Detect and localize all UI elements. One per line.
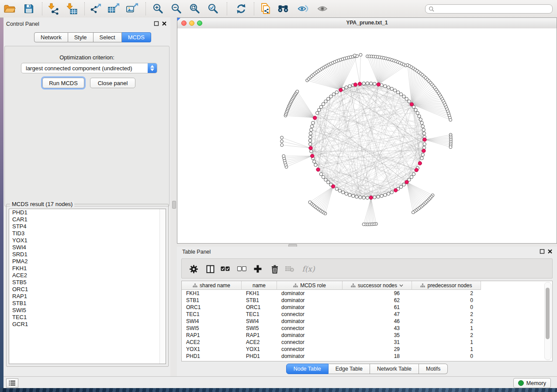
table-scrollbar-thumb[interactable] — [546, 288, 550, 339]
float-panel-icon[interactable] — [154, 21, 159, 26]
mcds-result-item[interactable]: SRD1 — [9, 251, 166, 258]
mcds-result-item[interactable]: FKH1 — [9, 265, 166, 272]
cell-mcds-role[interactable]: dominator — [277, 290, 343, 296]
cell-successor-nodes[interactable]: 18 — [343, 353, 412, 359]
table-row[interactable]: SWI4SWI4dominator462 — [182, 318, 544, 325]
show-column-button[interactable] — [205, 264, 215, 274]
run-mcds-button[interactable]: Run MCDS — [42, 78, 84, 88]
column-header-name[interactable]: name — [242, 281, 277, 290]
mcds-result-item[interactable]: SWI4 — [9, 244, 166, 251]
cell-name[interactable]: SWI5 — [242, 325, 277, 331]
cell-mcds-role[interactable]: dominator — [277, 297, 343, 303]
table-row[interactable]: RAP1RAP1dominator352 — [182, 332, 544, 339]
cell-name[interactable]: PHD1 — [242, 353, 277, 359]
table-row[interactable]: TEC1TEC1connector472 — [182, 311, 544, 318]
result-list-scrollbar[interactable] — [159, 209, 166, 364]
memory-button[interactable]: Memory — [513, 378, 551, 388]
cell-mcds-role[interactable]: dominator — [277, 304, 343, 310]
cell-shared-name[interactable]: ORC1 — [182, 304, 242, 310]
column-header-predecessor-nodes[interactable]: predecessor nodes — [412, 281, 481, 290]
cell-shared-name[interactable]: YOX1 — [182, 346, 242, 352]
table-row[interactable]: PHD1PHD1dominator180 — [182, 353, 544, 360]
cell-predecessor-nodes[interactable]: 2 — [412, 318, 481, 324]
cell-successor-nodes[interactable]: 96 — [343, 290, 412, 296]
export-table-button[interactable] — [107, 3, 120, 15]
cell-mcds-role[interactable]: connector — [277, 311, 343, 317]
network-search-field[interactable] — [425, 4, 553, 14]
tab-network-table[interactable]: Network Table — [370, 364, 419, 374]
cell-predecessor-nodes[interactable]: 0 — [412, 304, 481, 310]
zoom-fit-button[interactable] — [189, 3, 201, 15]
delete-table-button-disabled[interactable] — [284, 264, 295, 274]
select-all-rows-button[interactable] — [220, 264, 230, 274]
cell-name[interactable]: FKH1 — [242, 290, 277, 296]
export-network-button[interactable] — [89, 3, 101, 15]
refresh-view-button[interactable] — [235, 3, 247, 15]
tab-network[interactable]: Network — [34, 32, 68, 42]
save-session-button[interactable] — [23, 3, 35, 15]
search-network-button[interactable] — [277, 3, 289, 15]
cell-predecessor-nodes[interactable]: 1 — [412, 325, 481, 331]
cell-successor-nodes[interactable]: 35 — [343, 332, 412, 338]
delete-column-button[interactable] — [270, 264, 280, 274]
cell-shared-name[interactable]: FKH1 — [182, 290, 242, 296]
table-settings-button[interactable] — [188, 264, 199, 274]
show-all-button[interactable] — [316, 3, 329, 15]
cell-successor-nodes[interactable]: 62 — [343, 297, 412, 303]
network-window-titlebar[interactable]: YPA_prune.txt_1 — [177, 18, 557, 29]
search-input[interactable] — [436, 6, 552, 13]
column-header-successor-nodes[interactable]: successor nodes — [343, 281, 412, 290]
mcds-result-item[interactable]: CAR1 — [9, 216, 166, 223]
close-panel-icon[interactable] — [162, 21, 167, 26]
table-scrollbar[interactable] — [544, 282, 551, 360]
tab-mcds[interactable]: MCDS — [122, 32, 151, 42]
vertical-splitter[interactable] — [170, 17, 177, 376]
import-table-button[interactable] — [66, 3, 78, 15]
zoom-out-button[interactable] — [170, 3, 183, 15]
cell-predecessor-nodes[interactable]: 2 — [412, 332, 481, 338]
close-panel-icon[interactable] — [547, 249, 553, 254]
mcds-result-item[interactable]: PHD1 — [9, 209, 166, 216]
cell-name[interactable]: YOX1 — [242, 346, 277, 352]
task-history-button[interactable] — [6, 378, 18, 388]
tab-motifs[interactable]: Motifs — [419, 364, 448, 374]
table-row[interactable]: FKH1FKH1dominator962 — [182, 290, 544, 297]
float-panel-icon[interactable] — [540, 249, 545, 254]
table-row[interactable]: STB1STB1dominator620 — [182, 297, 544, 304]
cell-shared-name[interactable]: PHD1 — [182, 353, 242, 359]
cell-successor-nodes[interactable]: 61 — [343, 304, 412, 310]
mcds-result-item[interactable]: SWI5 — [9, 307, 166, 314]
mcds-result-item[interactable]: STB1 — [9, 300, 166, 307]
cell-successor-nodes[interactable]: 29 — [343, 346, 412, 352]
cell-predecessor-nodes[interactable]: 2 — [412, 290, 481, 296]
cell-predecessor-nodes[interactable]: 1 — [412, 339, 481, 345]
mcds-result-item[interactable]: ORC1 — [9, 286, 166, 293]
cell-predecessor-nodes[interactable]: 1 — [412, 346, 481, 352]
zoom-selected-button[interactable] — [207, 3, 219, 15]
cell-name[interactable]: RAP1 — [242, 332, 277, 338]
cell-name[interactable]: TEC1 — [242, 311, 277, 317]
cell-successor-nodes[interactable]: 43 — [343, 325, 412, 331]
table-row[interactable]: ORC1ORC1dominator610 — [182, 304, 544, 311]
cell-successor-nodes[interactable]: 31 — [343, 339, 412, 345]
mcds-result-item[interactable]: STB5 — [9, 279, 166, 286]
mcds-result-list[interactable]: PHD1CAR1STP4TID3YOX1SWI4SRD1PMA2FKH1ACE2… — [9, 209, 166, 364]
cell-mcds-role[interactable]: connector — [277, 346, 343, 352]
add-column-button[interactable] — [253, 264, 263, 274]
cell-name[interactable]: ORC1 — [242, 304, 277, 310]
cell-shared-name[interactable]: SWI5 — [182, 325, 242, 331]
mcds-result-item[interactable]: TID3 — [9, 230, 166, 237]
tab-style[interactable]: Style — [68, 32, 93, 42]
cell-mcds-role[interactable]: connector — [277, 339, 343, 345]
splitter-grabber[interactable] — [172, 201, 176, 209]
copy-network-button[interactable] — [259, 3, 272, 15]
mcds-result-item[interactable]: TEC1 — [9, 314, 166, 321]
table-row[interactable]: SWI5SWI5connector431 — [182, 325, 544, 332]
cell-shared-name[interactable]: TEC1 — [182, 311, 242, 317]
cell-mcds-role[interactable]: dominator — [277, 318, 343, 324]
deselect-all-rows-button[interactable] — [236, 264, 247, 274]
cell-shared-name[interactable]: RAP1 — [182, 332, 242, 338]
cell-mcds-role[interactable]: dominator — [277, 332, 343, 338]
mcds-result-item[interactable]: ACE2 — [9, 272, 166, 279]
cell-shared-name[interactable]: STB1 — [182, 297, 242, 303]
